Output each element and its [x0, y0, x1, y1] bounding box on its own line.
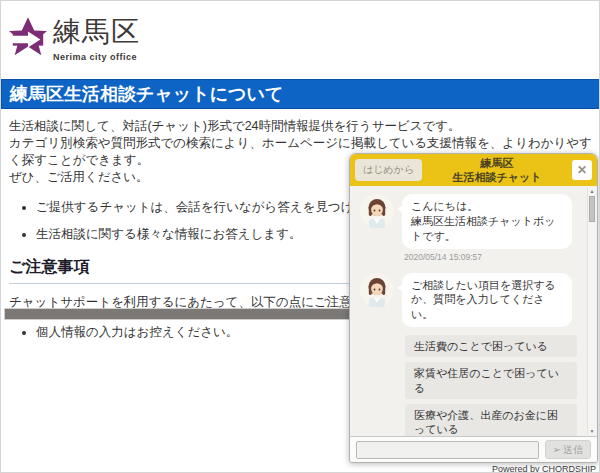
close-icon[interactable]: ✕	[572, 160, 592, 180]
quick-reply-options: 生活費のことで困っている 家賃や住居のことで困っている 医療や介護、出産のお金に…	[405, 335, 577, 436]
nerima-city-logo-icon	[9, 15, 47, 63]
bot-message-bubble: ご相談したい項目を選択するか、質問を入力してください。	[402, 273, 572, 328]
bot-message-row: ご相談したい項目を選択するか、質問を入力してください。	[360, 273, 577, 328]
message-timestamp: 2020/05/14 15:09:57	[404, 252, 577, 262]
chat-widget: はじめから 練馬区 生活相談チャット ✕	[349, 153, 598, 463]
logo-text: 練馬区 Nerima city office	[53, 15, 140, 62]
scroll-down-icon[interactable]: ▼	[588, 428, 596, 434]
scrollbar-thumb[interactable]	[589, 196, 595, 222]
site-subtitle: Nerima city office	[53, 52, 140, 62]
webpage: 練馬区 Nerima city office 練馬区生活相談チャットについて 生…	[0, 0, 600, 473]
site-header: 練馬区 Nerima city office	[9, 15, 140, 63]
message-text: ご相談したい項目を選択するか、質問を入力してください。	[411, 278, 563, 323]
message-text: こんにちは。	[411, 199, 563, 214]
chat-message-area: こんにちは。 練馬区生活相談チャットボットです。 2020/05/14 15:0…	[350, 186, 597, 436]
chat-scrollbar[interactable]: ▲ ▼	[587, 187, 596, 435]
bot-message-bubble: こんにちは。 練馬区生活相談チャットボットです。	[402, 194, 572, 249]
chat-message-input[interactable]	[356, 441, 539, 459]
send-button[interactable]: ➢ 送信	[545, 440, 591, 459]
bot-avatar	[360, 273, 394, 307]
site-title: 練馬区	[53, 15, 140, 49]
chat-header: はじめから 練馬区 生活相談チャット ✕	[350, 154, 597, 186]
bot-avatar	[360, 194, 394, 228]
bot-message-row: こんにちは。 練馬区生活相談チャットボットです。	[360, 194, 577, 249]
powered-by-label: Powered by CHORDSHIP	[492, 464, 596, 473]
option-button[interactable]: 医療や介護、出産のお金に困っている	[405, 404, 577, 436]
chat-input-bar: ➢ 送信	[350, 436, 597, 462]
chat-title-line2: 生活相談チャット	[422, 170, 572, 184]
option-button[interactable]: 家賃や住居のことで困っている	[405, 362, 577, 399]
option-button[interactable]: 生活費のことで困っている	[405, 335, 577, 357]
intro-line: 生活相談に関して、対話(チャット)形式で24時間情報提供を行うサービスです。	[9, 118, 595, 135]
restart-button[interactable]: はじめから	[355, 159, 422, 181]
chat-title-line1: 練馬区	[422, 156, 572, 170]
scroll-up-icon[interactable]: ▲	[588, 188, 596, 194]
send-icon: ➢	[553, 444, 561, 455]
chat-title: 練馬区 生活相談チャット	[422, 156, 572, 185]
message-text: 練馬区生活相談チャットボットです。	[411, 214, 563, 244]
page-title-banner: 練馬区生活相談チャットについて	[1, 79, 600, 109]
send-button-label: 送信	[563, 443, 583, 457]
